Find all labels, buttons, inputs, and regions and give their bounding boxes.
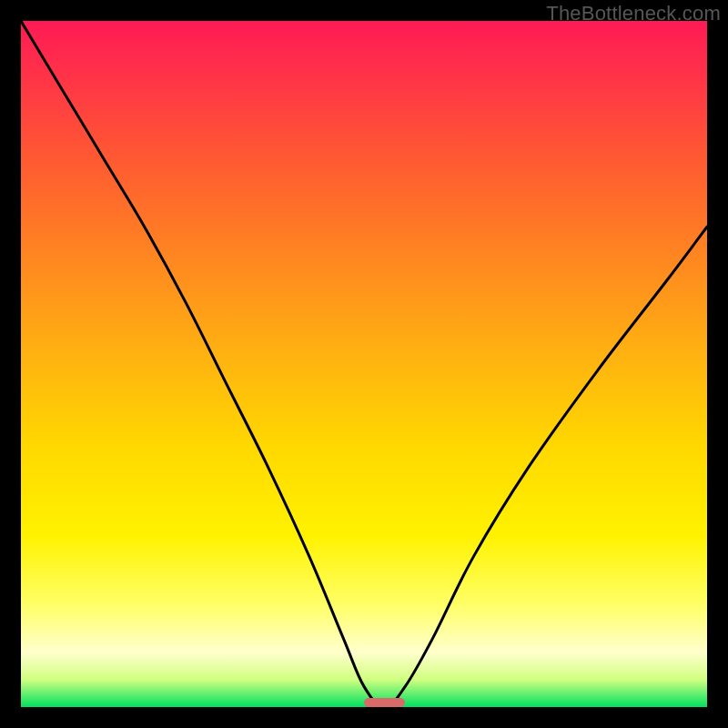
chart-frame: TheBottleneck.com (0, 0, 728, 728)
plot-area (21, 21, 707, 707)
bottleneck-curve (21, 21, 707, 707)
watermark-text: TheBottleneck.com (546, 2, 721, 25)
curve-path (21, 21, 707, 707)
optimal-marker (364, 698, 405, 707)
